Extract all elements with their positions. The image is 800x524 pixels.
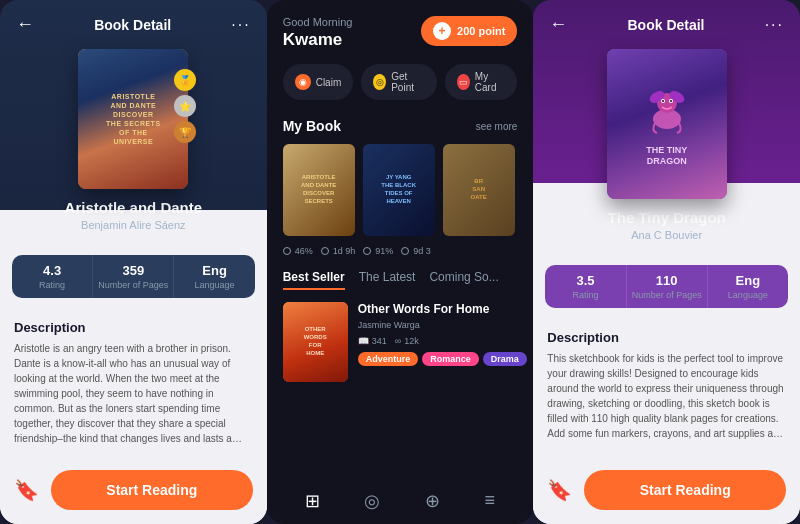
right-back-button[interactable]: ← [549,14,567,35]
left-start-reading-button[interactable]: Start Reading [51,470,253,510]
right-desc-text: This sketchbook for kids is the perfect … [547,351,786,441]
right-start-reading-button[interactable]: Start Reading [584,470,786,510]
mini-book-1[interactable]: Aristotleand DanteDiscoverSecrets [283,144,355,236]
right-book-title: The Tiny Dragon [608,209,726,226]
left-stat-rating: 4.3 Rating [12,255,93,298]
left-header: ← Book Detail ··· [0,0,267,41]
points-badge[interactable]: + 200 point [421,16,517,46]
progress-dot-1 [283,247,291,255]
progress-pct-2: 91% [375,246,393,256]
left-bookmark-icon[interactable]: 🔖 [14,478,39,502]
right-book-cover-area: THE TINYDRAGON The Tiny Dragon Ana C Bou… [533,41,800,257]
bestseller-card: OtherWordsForHome Other Words For Home J… [267,296,534,392]
right-phone: ← Book Detail ··· [533,0,800,524]
medal-gold: 🏅 [174,69,196,91]
nav-home-icon[interactable]: ⊞ [305,490,320,512]
readers-value: 12k [404,336,419,346]
bestseller-tabs: Best Seller The Latest Coming So... [267,262,534,296]
my-book-title: My Book [283,118,341,134]
progress-dot-2 [321,247,329,255]
nav-menu-icon[interactable]: ≡ [485,490,496,512]
left-stats-bar: 4.3 Rating 359 Number of Pages Eng Langu… [12,255,255,298]
mini-book-3[interactable]: BRSANOATE [443,144,515,236]
right-book-cover: THE TINYDRAGON [607,49,727,199]
points-plus-icon: + [433,22,451,40]
progress-item-1: 46% [283,246,313,256]
progress-dot-4 [401,247,409,255]
tab-best-seller[interactable]: Best Seller [283,270,345,290]
right-stat-pages: 110 Number of Pages [627,265,708,308]
tag-drama[interactable]: Drama [483,352,527,366]
mini-book-2-text: JY YANGTHE BLACKTIDES OFHEAVEN [363,144,435,236]
mini-book-2[interactable]: JY YANGTHE BLACKTIDES OFHEAVEN [363,144,435,236]
bottom-nav: ⊞ ◎ ⊕ ≡ [267,482,534,524]
right-book-author: Ana C Bouvier [631,229,702,241]
progress-pct-1: 46% [295,246,313,256]
left-desc-title: Description [14,320,253,335]
left-book-cover: Aristotleand DanteDiscoverthe Secretsof … [78,49,188,189]
left-page-title: Book Detail [94,17,171,33]
points-label: 200 point [457,25,505,37]
pages-icon: 📖 [358,336,369,346]
tag-adventure[interactable]: Adventure [358,352,419,366]
right-stat-rating: 3.5 Rating [545,265,626,308]
claim-icon: ◉ [295,74,311,90]
progress-item-3: 9d 3 [401,246,431,256]
right-cover-title: THE TINYDRAGON [637,145,697,167]
right-bottom-bar: 🔖 Start Reading [533,460,800,524]
medal-silver: ⭐ [174,95,196,117]
tab-latest[interactable]: The Latest [359,270,416,290]
mini-book-3-text: BRSANOATE [443,144,515,236]
bs-tags: Adventure Romance Drama [358,352,527,366]
right-dots-button[interactable]: ··· [765,16,784,34]
dragon-svg [637,81,697,141]
get-point-button[interactable]: ◎ Get Point [361,64,437,100]
bs-cover-title: OtherWordsForHome [304,326,327,357]
greeting-name: Kwame [283,30,353,50]
claim-label: Claim [316,77,342,88]
progress-bar-container: 46% 1d 9h 91% 9d 3 [267,246,534,256]
left-cover-title: Aristotleand DanteDiscoverthe Secretsof … [106,92,161,147]
see-more-link[interactable]: see more [476,121,518,132]
my-card-button[interactable]: ▭ My Card [445,64,517,100]
my-card-label: My Card [475,71,506,93]
get-point-label: Get Point [391,71,425,93]
progress-time-2: 1d 9h [333,246,356,256]
middle-header: Good Morning Kwame + 200 point [267,0,534,60]
medal-bronze: 🏆 [174,121,196,143]
mini-book-1-text: Aristotleand DanteDiscoverSecrets [283,144,355,236]
bs-book-title: Other Words For Home [358,302,527,318]
right-page-title: Book Detail [628,17,705,33]
bs-readers-stat: ∞ 12k [395,336,419,346]
left-stat-pages: 359 Number of Pages [93,255,174,298]
left-desc-text: Aristotle is an angry teen with a brothe… [14,341,253,446]
right-bookmark-icon[interactable]: 🔖 [547,478,572,502]
left-dots-button[interactable]: ··· [231,16,250,34]
progress-item-2: 1d 9h 91% [321,246,394,256]
readers-icon: ∞ [395,336,401,346]
left-book-cover-area: Aristotleand DanteDiscoverthe Secretsof … [0,41,267,247]
claim-button[interactable]: ◉ Claim [283,64,354,100]
medal-badges: 🏅 ⭐ 🏆 [174,69,196,143]
bs-book-cover[interactable]: OtherWordsForHome [283,302,348,382]
tab-coming-soon[interactable]: Coming So... [429,270,498,290]
middle-phone: Good Morning Kwame + 200 point ◉ Claim ◎… [267,0,534,524]
action-buttons: ◉ Claim ◎ Get Point ▭ My Card [267,60,534,112]
left-back-button[interactable]: ← [16,14,34,35]
pages-value: 341 [372,336,387,346]
nav-search-icon[interactable]: ◎ [364,490,380,512]
bs-pages-stat: 📖 341 [358,336,387,346]
right-desc-title: Description [547,330,786,345]
nav-add-icon[interactable]: ⊕ [425,490,440,512]
my-book-section-header: My Book see more [267,112,534,144]
card-icon: ▭ [457,74,470,90]
left-bottom-bar: 🔖 Start Reading [0,460,267,524]
left-book-author: Benjamin Alire Sáenz [81,219,186,231]
left-stat-lang: Eng Language [174,255,254,298]
left-phone: ← Book Detail ··· Aristotleand DanteDisc… [0,0,267,524]
screens-container: ← Book Detail ··· Aristotleand DanteDisc… [0,0,800,524]
progress-time-3: 9d 3 [413,246,431,256]
right-description-section: Description This sketchbook for kids is … [533,316,800,460]
bs-book-author: Jasmine Warga [358,320,527,330]
tag-romance[interactable]: Romance [422,352,479,366]
